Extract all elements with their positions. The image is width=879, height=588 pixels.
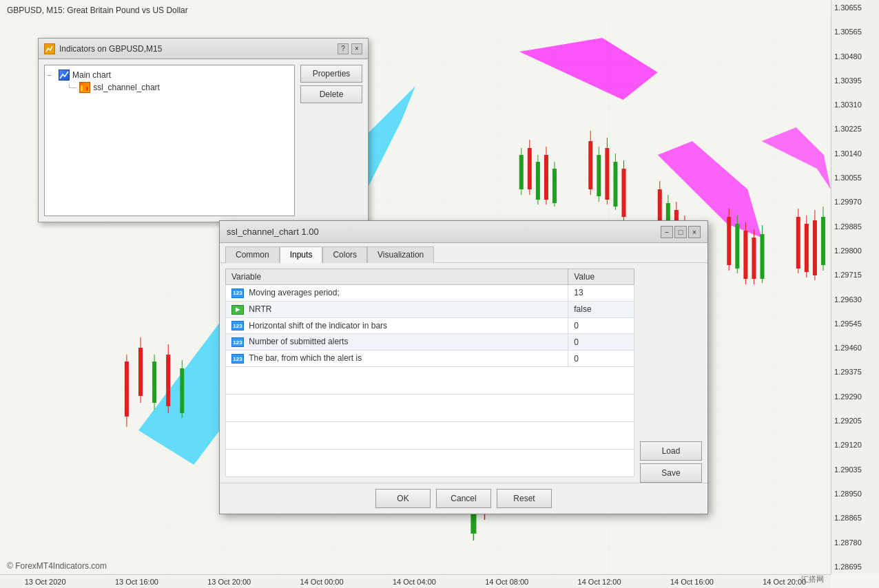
ok-button[interactable]: OK <box>375 489 431 508</box>
table-row-empty <box>226 422 634 450</box>
price-level: 1.29205 <box>834 417 876 425</box>
tree-indicator-item[interactable]: └─ ssl_channel_chart <box>48 82 291 93</box>
variable-cell: 123 Horizontal shift of the indicator in… <box>226 317 568 334</box>
properties-dialog-title: ssl_channel_chart 1.00 <box>227 227 319 237</box>
time-label: 13 Oct 16:00 <box>115 578 158 586</box>
time-label: 13 Oct 2020 <box>25 578 66 586</box>
indicator-tree-panel: − Main chart └─ ssl_cha <box>44 65 295 216</box>
properties-controls: − □ × <box>661 226 701 238</box>
variable-name: The bar, from which the alert is <box>249 353 362 363</box>
price-level: 1.29290 <box>834 392 876 401</box>
load-button[interactable]: Load <box>640 441 702 461</box>
close-button[interactable]: × <box>351 43 362 54</box>
chart-title: GBPUSD, M15: Great Britain Pound vs US D… <box>7 6 188 15</box>
num-type-icon: 123 <box>231 321 244 330</box>
table-row-empty <box>226 395 634 422</box>
table-row[interactable]: ▶ NRTR false <box>226 301 634 317</box>
num-type-icon: 123 <box>231 354 244 364</box>
price-level: 1.28695 <box>834 563 876 571</box>
price-level: 1.30225 <box>834 125 876 133</box>
col-value: Value <box>568 269 634 285</box>
table-row[interactable]: 123 Number of submitted alerts 0 <box>226 334 634 350</box>
variable-name: Number of submitted alerts <box>249 337 348 346</box>
time-label: 14 Oct 08:00 <box>485 578 528 586</box>
variable-name: Horizontal shift of the indicator in bar… <box>249 321 387 330</box>
side-buttons-container: Load Save <box>634 436 707 483</box>
dialog-controls: ? × <box>338 43 362 54</box>
save-button[interactable]: Save <box>640 463 702 483</box>
svg-rect-71 <box>86 87 88 91</box>
cancel-button[interactable]: Cancel <box>436 489 491 508</box>
minimize-button[interactable]: − <box>661 226 673 238</box>
value-cell[interactable]: 0 <box>568 334 634 350</box>
value-cell[interactable]: 13 <box>568 285 634 302</box>
price-axis: 1.30655 1.30565 1.30480 1.30395 1.30310 … <box>831 0 879 574</box>
num-type-icon: 123 <box>231 337 244 347</box>
table-row-empty <box>226 450 634 477</box>
time-axis: 13 Oct 2020 13 Oct 16:00 13 Oct 20:00 14… <box>0 574 831 588</box>
table-row[interactable]: 123 Moving averages period; 13 <box>226 285 634 302</box>
delete-button[interactable]: Delete <box>300 85 362 103</box>
variable-name: NRTR <box>249 304 271 314</box>
tab-common[interactable]: Common <box>225 246 280 263</box>
time-label: 14 Oct 00:00 <box>300 578 344 586</box>
price-level: 1.29800 <box>834 246 876 255</box>
svg-rect-69 <box>81 85 83 91</box>
indicator-name: ssl_channel_chart <box>93 83 160 92</box>
variable-cell: 123 Number of submitted alerts <box>226 334 568 350</box>
indicators-dialog: Indicators on GBPUSD,M15 ? × − Main char… <box>38 38 369 222</box>
price-level: 1.29375 <box>834 368 876 376</box>
svg-rect-70 <box>83 84 85 91</box>
table-row[interactable]: 123 The bar, from which the alert is 0 <box>226 350 634 367</box>
tree-main-chart: − Main chart <box>48 68 291 82</box>
price-level: 1.29545 <box>834 319 876 328</box>
dialog-icon <box>44 43 55 54</box>
time-label: 14 Oct 04:00 <box>393 578 436 586</box>
price-level: 1.29120 <box>834 441 876 449</box>
time-label: 13 Oct 20:00 <box>207 578 251 586</box>
watermark: © ForexMT4Indicators.com <box>7 561 107 571</box>
site-watermark: 汇搭网 <box>801 574 824 585</box>
price-level: 1.28780 <box>834 538 876 547</box>
value-cell[interactable]: 0 <box>568 350 634 367</box>
close-properties-button[interactable]: × <box>688 226 701 238</box>
chart-icon <box>59 70 70 81</box>
indicators-dialog-titlebar: Indicators on GBPUSD,M15 ? × <box>39 39 368 59</box>
price-level: 1.29970 <box>834 198 876 206</box>
price-level: 1.28950 <box>834 490 876 498</box>
price-level: 1.30140 <box>834 149 876 158</box>
time-label: 14 Oct 12:00 <box>578 578 621 586</box>
properties-titlebar: ssl_channel_chart 1.00 − □ × <box>220 221 707 243</box>
main-content-row: Variable Value 123 Moving averages perio… <box>220 263 707 483</box>
variable-cell: 123 The bar, from which the alert is <box>226 350 568 367</box>
properties-button[interactable]: Properties <box>300 65 362 83</box>
price-level: 1.29630 <box>834 295 876 304</box>
time-label: 14 Oct 16:00 <box>670 578 714 586</box>
price-level: 1.30395 <box>834 76 876 85</box>
variable-cell: 123 Moving averages period; <box>226 285 568 302</box>
indicators-dialog-title: Indicators on GBPUSD,M15 <box>59 44 162 54</box>
tab-colors[interactable]: Colors <box>322 246 367 263</box>
dialog-footer: OK Cancel Reset <box>220 483 707 514</box>
value-cell[interactable]: false <box>568 301 634 317</box>
tab-inputs[interactable]: Inputs <box>280 246 323 263</box>
expand-icon[interactable]: − <box>48 72 56 79</box>
price-level: 1.29035 <box>834 465 876 474</box>
table-row[interactable]: 123 Horizontal shift of the indicator in… <box>226 317 634 334</box>
price-level: 1.30655 <box>834 3 876 12</box>
main-chart-label: Main chart <box>72 70 111 80</box>
help-button[interactable]: ? <box>338 43 349 54</box>
action-buttons: Properties Delete <box>300 65 362 216</box>
price-level: 1.29885 <box>834 222 876 231</box>
maximize-button[interactable]: □ <box>674 226 687 238</box>
indicator-icon <box>79 82 90 93</box>
reset-button[interactable]: Reset <box>497 489 552 508</box>
tabs-bar: Common Inputs Colors Visualization <box>220 243 707 263</box>
tab-visualization[interactable]: Visualization <box>367 246 434 263</box>
properties-dialog: ssl_channel_chart 1.00 − □ × Common Inpu… <box>219 220 708 514</box>
price-level: 1.29715 <box>834 271 876 279</box>
value-cell[interactable]: 0 <box>568 317 634 334</box>
price-level: 1.29460 <box>834 344 876 352</box>
table-row-empty <box>226 367 634 395</box>
col-variable: Variable <box>226 269 568 285</box>
